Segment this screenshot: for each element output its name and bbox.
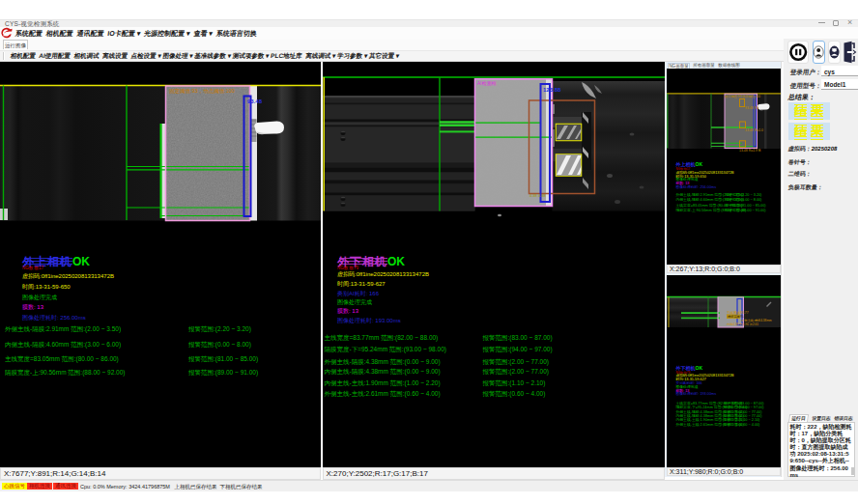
svg-text:主线宽度83.77: 主线宽度83.77 bbox=[727, 309, 749, 314]
svg-text:13.48 Ra1.0: 13.48 Ra1.0 bbox=[745, 128, 763, 132]
svg-text:4.38 4.38: 4.38 4.38 bbox=[529, 193, 546, 198]
svg-text:13.48 Ra1.9 B: 13.48 Ra1.9 B bbox=[739, 148, 761, 152]
svg-text:93.48: 93.48 bbox=[247, 98, 263, 104]
svg-text:固定阈值:93，动态阈值:100: 固定阈值:93，动态阈值:100 bbox=[169, 88, 235, 95]
svg-text:内侧4.38 内1.90 外2.61: 内侧4.38 内1.90 外2.61 bbox=[727, 322, 758, 325]
svg-text:固定阈值:93 动态阈值:100: 固定阈值:93 动态阈值:100 bbox=[725, 95, 760, 98]
svg-text:AI检测框: AI检测框 bbox=[477, 80, 497, 87]
svg-text:123.88: 123.88 bbox=[543, 87, 561, 93]
